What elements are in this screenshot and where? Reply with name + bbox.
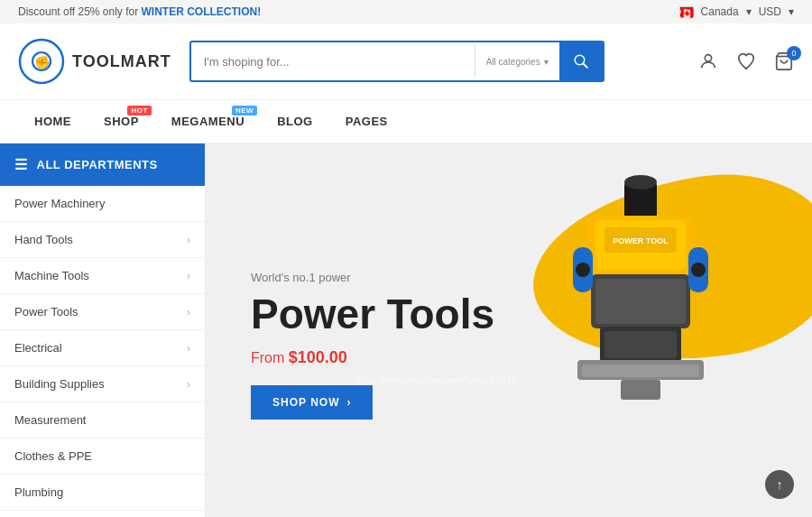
nav-label-home: HOME xyxy=(34,115,71,128)
currency-dropdown-icon[interactable]: ▾ xyxy=(789,5,794,18)
hero-subtitle: World's no.1 power xyxy=(251,271,494,284)
sidebar-label-machine-tools: Machine Tools xyxy=(14,269,89,282)
nav-item-shop[interactable]: SHOP HOT xyxy=(88,100,155,143)
svg-point-22 xyxy=(576,263,590,277)
scroll-to-top-button[interactable]: ↑ xyxy=(765,470,794,499)
sidebar-item-building-supplies[interactable]: Building Supplies › xyxy=(0,366,205,402)
sidebar-item-clothes-ppe[interactable]: Clothes & PPE xyxy=(0,439,205,475)
svg-point-10 xyxy=(624,175,657,189)
nav-label-pages: PAGES xyxy=(346,115,388,128)
svg-rect-18 xyxy=(604,331,677,358)
sidebar-item-electrical[interactable]: Electrical › xyxy=(0,330,205,366)
nav-item-pages[interactable]: PAGES xyxy=(329,100,404,143)
sidebar-arrow-icon: › xyxy=(187,378,190,391)
header: ✊ TOOLMART All categories ▾ xyxy=(0,23,812,100)
sidebar-label-clothes-ppe: Clothes & PPE xyxy=(14,449,92,463)
category-dropdown[interactable]: All categories ▾ xyxy=(475,42,559,80)
discount-text: Discount off 25% only for WINTER COLLECT… xyxy=(18,5,261,18)
wishlist-icon[interactable] xyxy=(736,51,756,71)
search-input[interactable] xyxy=(191,46,475,78)
sidebar-label-power-tools: Power Tools xyxy=(14,305,78,319)
tool-svg: POWER TOOL xyxy=(514,166,767,437)
search-button[interactable] xyxy=(559,42,603,80)
hero-title: Power Tools xyxy=(251,291,494,337)
sidebar-arrow-icon: › xyxy=(187,270,190,282)
svg-rect-14 xyxy=(595,279,686,324)
sidebar-arrow-icon: › xyxy=(187,234,190,246)
category-arrow-icon: ▾ xyxy=(544,57,549,67)
svg-rect-21 xyxy=(621,380,660,400)
svg-text:✊: ✊ xyxy=(34,55,51,70)
heart-svg-icon xyxy=(736,51,756,71)
logo[interactable]: ✊ TOOLMART xyxy=(18,38,171,85)
sidebar-label-hand-tools: Hand Tools xyxy=(14,233,73,246)
hot-badge: HOT xyxy=(127,106,151,115)
hero-content: World's no.1 power Power Tools From $100… xyxy=(251,271,494,420)
scroll-top-icon: ↑ xyxy=(777,477,783,492)
hero-banner: World's no.1 power Power Tools From $100… xyxy=(206,143,812,517)
hero-price-value: $100.00 xyxy=(289,348,347,366)
shop-now-arrow-icon: › xyxy=(346,396,351,409)
logo-text: TOOLMART xyxy=(72,52,171,71)
top-bar-right: 🇨🇦 Canada ▾ USD ▾ xyxy=(679,5,794,18)
new-badge: NEW xyxy=(232,106,257,115)
main-content: ☰ ALL DEPARTMENTS Power Machinery Hand T… xyxy=(0,143,812,517)
currency-selector[interactable]: USD xyxy=(759,5,781,18)
sidebar-header: ☰ ALL DEPARTMENTS xyxy=(0,143,205,186)
discount-label: Discount off 25% only for xyxy=(18,5,142,18)
search-bar: All categories ▾ xyxy=(189,41,604,82)
sidebar-header-label: ALL DEPARTMENTS xyxy=(37,158,158,171)
nav-label-blog: BLOG xyxy=(277,115,313,128)
discount-link[interactable]: WINTER COLLECTION! xyxy=(142,5,262,18)
sidebar-label-measurement: Measurement xyxy=(14,413,86,427)
nav-label-shop: SHOP xyxy=(104,115,139,128)
logo-icon: ✊ xyxy=(18,38,65,85)
country-dropdown-icon[interactable]: ▾ xyxy=(746,5,752,18)
sidebar: ☰ ALL DEPARTMENTS Power Machinery Hand T… xyxy=(0,143,206,517)
sidebar-item-measurement[interactable]: Measurement xyxy=(0,402,205,439)
user-icon[interactable] xyxy=(698,51,718,71)
canada-flag-icon: 🇨🇦 xyxy=(679,6,694,17)
menu-lines-icon: ☰ xyxy=(14,156,28,173)
power-tool-image: POWER TOOL xyxy=(487,152,794,450)
svg-point-6 xyxy=(705,55,711,61)
sidebar-label-electrical: Electrical xyxy=(14,341,62,355)
shop-now-button[interactable]: SHOP NOW › xyxy=(251,385,373,420)
nav-label-megamenu: MEGAMENU xyxy=(171,115,245,128)
nav-item-home[interactable]: HOME xyxy=(18,100,88,143)
nav: HOME SHOP HOT MEGAMENU NEW BLOG PAGES xyxy=(0,100,812,143)
sidebar-arrow-icon: › xyxy=(187,306,190,319)
sidebar-item-hand-tools[interactable]: Hand Tools › xyxy=(0,222,205,258)
sidebar-item-plumbing[interactable]: Plumbing xyxy=(0,475,205,511)
nav-item-megamenu[interactable]: MEGAMENU NEW xyxy=(155,100,261,143)
svg-line-5 xyxy=(583,64,586,68)
hero-price-from: From xyxy=(251,350,289,365)
sidebar-item-wheelbarrows[interactable]: Wheelbarrows xyxy=(0,511,205,517)
hero-price: From $100.00 xyxy=(251,348,494,367)
sidebar-item-power-machinery[interactable]: Power Machinery xyxy=(0,186,205,222)
sidebar-label-building-supplies: Building Supplies xyxy=(14,377,105,391)
search-icon xyxy=(573,53,589,69)
svg-point-23 xyxy=(691,263,706,277)
sidebar-arrow-icon: › xyxy=(187,342,190,355)
country-selector[interactable]: Canada xyxy=(701,5,739,18)
category-label: All categories xyxy=(486,57,540,67)
cart-badge: 0 xyxy=(787,46,801,60)
cart-icon[interactable]: 0 xyxy=(774,51,794,71)
svg-text:POWER TOOL: POWER TOOL xyxy=(613,236,669,245)
user-svg-icon xyxy=(698,51,718,71)
shop-now-label: SHOP NOW xyxy=(272,396,339,409)
nav-item-blog[interactable]: BLOG xyxy=(261,100,329,143)
top-bar: Discount off 25% only for WINTER COLLECT… xyxy=(0,0,812,23)
sidebar-item-power-tools[interactable]: Power Tools › xyxy=(0,294,205,330)
header-icons: 0 xyxy=(698,51,794,71)
sidebar-label-power-machinery: Power Machinery xyxy=(14,197,105,210)
svg-rect-20 xyxy=(582,365,699,377)
sidebar-label-plumbing: Plumbing xyxy=(14,485,63,499)
sidebar-item-machine-tools[interactable]: Machine Tools › xyxy=(0,258,205,294)
